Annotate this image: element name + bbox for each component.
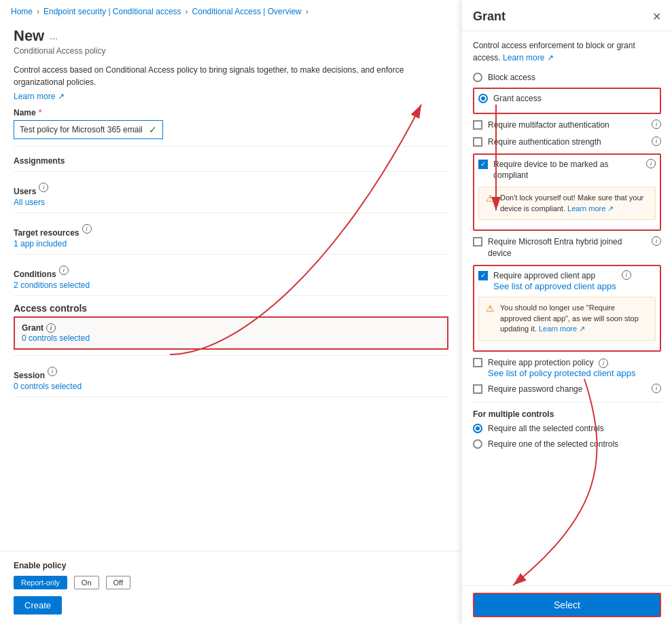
target-resources-label: Target resources [14,228,79,238]
conditions-label: Conditions [14,270,56,279]
require-password-change-checkbox[interactable] [473,384,482,394]
conditions-info-icon[interactable]: i [59,265,69,275]
enable-policy-section: Enable policy Report-only On Off Create [0,551,462,624]
app-protection-info-icon[interactable]: i [599,359,608,368]
access-controls-section: Access controls Grant i 0 controls selec… [14,303,448,397]
grant-box[interactable]: Grant i 0 controls selected [14,316,448,350]
require-entra-label: Require Microsoft Entra hybrid joined de… [488,236,646,259]
require-approved-app-row: ✓ Require approved client app See list o… [478,270,656,292]
conditions-row: Conditions i [14,260,448,280]
session-value[interactable]: 0 controls selected [14,382,448,391]
off-toggle[interactable]: Off [106,576,130,589]
page-subtitle: Conditional Access policy [14,46,448,56]
panel-header: Grant ✕ [462,0,672,31]
require-approved-app-checkbox[interactable]: ✓ [478,271,488,280]
require-password-change-row: Require password change i [473,384,661,395]
session-info-icon[interactable]: i [48,367,57,376]
target-resources-info-icon[interactable]: i [82,224,92,234]
session-label: Session [14,371,45,380]
require-entra-checkbox[interactable] [473,237,482,246]
name-input-wrapper: ✓ [14,120,163,139]
require-app-protection-row: Require app protection policy i See list… [473,357,661,379]
password-change-info-icon[interactable]: i [652,384,661,393]
grant-label: Grant [22,323,43,333]
require-auth-strength-label: Require authentication strength [488,136,646,148]
approved-app-warning-text: You should no longer use "Require approv… [500,303,648,334]
block-access-radio[interactable] [473,73,482,82]
see-approved-apps-link[interactable]: See list of approved client apps [493,281,616,291]
page-learn-more[interactable]: Learn more ↗ [14,92,65,101]
panel-learn-more[interactable]: Learn more ↗ [503,53,554,62]
require-all-row: Require all the selected controls [473,423,661,433]
name-field-container: Name * ✓ [14,108,448,139]
device-warning-learn-more[interactable]: Learn more ↗ [567,204,614,213]
for-multiple-label: For multiple controls [473,409,661,419]
require-auth-strength-row: Require authentication strength i [473,136,661,148]
left-panel: Home › Endpoint security | Conditional a… [0,0,462,624]
entra-info-icon[interactable]: i [652,236,661,246]
target-resources-row: Target resources i [14,219,448,239]
mfa-info-icon[interactable]: i [652,120,661,129]
grant-panel: Grant ✕ Control access enforcement to bl… [461,0,672,624]
require-one-label[interactable]: Require one of the selected controls [488,439,618,449]
name-input[interactable] [20,125,149,134]
require-device-row: ✓ Require device to be marked as complia… [478,159,656,182]
require-auth-strength-checkbox[interactable] [473,137,482,147]
page-title: New ... [14,27,448,45]
grant-info-icon[interactable]: i [46,323,56,333]
enable-policy-title: Enable policy [14,561,448,570]
require-approved-app-highlight: ✓ Require approved client app See list o… [473,265,661,352]
breadcrumb-home[interactable]: Home [11,7,33,16]
approved-app-info-icon[interactable]: i [622,270,631,280]
policy-toggle-row: Report-only On Off [14,576,448,589]
grant-access-row: Grant access [478,93,656,103]
auth-strength-info-icon[interactable]: i [652,136,661,146]
select-button[interactable]: Select [473,593,661,617]
grant-access-highlight: Grant access [473,88,661,114]
on-toggle[interactable]: On [74,576,99,589]
device-warning-text: Don't lock yourself out! Make sure that … [500,193,648,214]
grant-access-label[interactable]: Grant access [493,94,542,103]
require-device-checkbox[interactable]: ✓ [478,160,488,169]
breadcrumb-endpoint[interactable]: Endpoint security | Conditional access [43,7,181,16]
report-only-toggle[interactable]: Report-only [14,576,67,589]
target-resources-value[interactable]: 1 app included [14,239,448,249]
conditions-value[interactable]: 2 conditions selected [14,280,448,290]
panel-footer: Select [462,585,672,624]
users-label: Users [14,187,36,196]
require-approved-app-label: Require approved client app [493,271,595,280]
see-policy-apps-link[interactable]: See list of policy protected client apps [488,368,636,378]
require-mfa-checkbox[interactable] [473,120,482,130]
create-button[interactable]: Create [14,596,62,614]
device-info-icon[interactable]: i [646,159,656,168]
panel-description: Control access enforcement to block or g… [473,39,661,64]
users-row: Users i [14,177,448,198]
approved-app-warning-box: ⚠ You should no longer use "Require appr… [478,297,656,340]
breadcrumb-overview[interactable]: Conditional Access | Overview [192,7,302,16]
require-app-protection-checkbox[interactable] [473,358,482,367]
require-one-radio[interactable] [473,439,482,449]
grant-value: 0 controls selected [22,333,90,343]
breadcrumb: Home › Endpoint security | Conditional a… [0,0,462,20]
require-entra-row: Require Microsoft Entra hybrid joined de… [473,236,661,259]
block-access-label[interactable]: Block access [488,73,535,82]
block-access-row: Block access [473,72,661,82]
assignments-title: Assignments [14,156,448,166]
approved-warning-learn-more[interactable]: Learn more ↗ [539,325,585,333]
approved-app-warning-icon: ⚠ [486,303,495,314]
check-icon: ✓ [149,124,157,135]
require-all-label[interactable]: Require all the selected controls [488,424,604,433]
require-mfa-label: Require multifactor authentication [488,120,646,131]
users-info-icon[interactable]: i [39,183,48,192]
page-description: Control access based on Conditional Acce… [14,64,448,88]
device-warning-icon: ⚠ [486,193,495,204]
grant-access-radio[interactable] [478,94,488,103]
require-mfa-row: Require multifactor authentication i [473,120,661,131]
require-all-radio[interactable] [473,424,482,433]
users-value[interactable]: All users [14,198,448,207]
require-password-change-label: Require password change [488,384,646,395]
panel-body: Control access enforcement to block or g… [462,31,672,585]
require-one-row: Require one of the selected controls [473,439,661,449]
close-button[interactable]: ✕ [652,10,661,23]
access-controls-title: Access controls [14,303,448,314]
